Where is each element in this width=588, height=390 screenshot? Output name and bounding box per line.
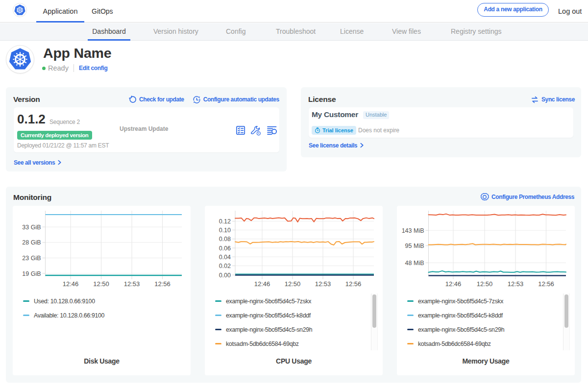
svg-text:0.04: 0.04 — [219, 254, 231, 261]
svg-text:12:53: 12:53 — [315, 280, 331, 288]
svg-text:48 MiB: 48 MiB — [405, 260, 424, 267]
svg-text:19 GiB: 19 GiB — [22, 270, 41, 277]
svg-text:95 MiB: 95 MiB — [405, 243, 424, 249]
svg-text:33 GiB: 33 GiB — [22, 224, 41, 231]
svg-text:0.00: 0.00 — [219, 272, 231, 279]
svg-text:28 GiB: 28 GiB — [22, 239, 41, 246]
svg-text:143 MiB: 143 MiB — [402, 227, 424, 234]
svg-text:0.08: 0.08 — [219, 236, 231, 243]
svg-text:12:56: 12:56 — [154, 280, 171, 288]
svg-text:0.06: 0.06 — [219, 245, 231, 252]
svg-text:12:46: 12:46 — [445, 280, 462, 288]
svg-text:23 GiB: 23 GiB — [22, 255, 41, 262]
svg-text:0.12: 0.12 — [219, 218, 231, 225]
svg-text:0.02: 0.02 — [219, 263, 231, 269]
svg-text:12:46: 12:46 — [63, 280, 79, 288]
svg-text:12:50: 12:50 — [477, 280, 493, 288]
svg-text:12:56: 12:56 — [538, 280, 554, 288]
svg-text:12:56: 12:56 — [345, 280, 362, 288]
svg-text:0.10: 0.10 — [219, 227, 231, 234]
svg-text:12:50: 12:50 — [285, 280, 301, 288]
svg-text:12:53: 12:53 — [124, 280, 140, 288]
svg-text:12:50: 12:50 — [93, 280, 109, 288]
svg-text:12:46: 12:46 — [254, 280, 270, 288]
svg-text:12:53: 12:53 — [508, 280, 524, 288]
